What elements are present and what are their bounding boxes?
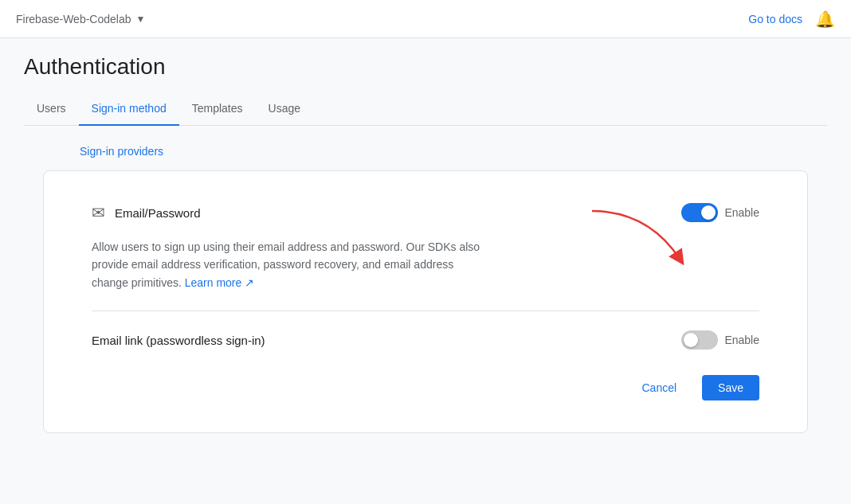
email-link-toggle-area: Enable — [681, 330, 759, 350]
section-title: Sign-in providers — [80, 145, 827, 158]
tab-sign-in-method[interactable]: Sign-in method — [79, 92, 179, 126]
tabs-bar: Users Sign-in method Templates Usage — [24, 92, 827, 126]
email-password-description: Allow users to sign up using their email… — [92, 238, 490, 291]
action-row: Cancel Save — [92, 375, 759, 400]
learn-more-link[interactable]: Learn more ↗ — [185, 276, 254, 289]
email-icon: ✉ — [92, 203, 105, 222]
top-bar-left: Firebase-Web-Codelab ▼ — [16, 13, 145, 25]
email-password-row: ✉ Email/Password Enable — [92, 203, 759, 222]
go-to-docs-link[interactable]: Go to docs — [748, 13, 802, 25]
email-password-label: Email/Password — [115, 206, 672, 220]
bell-icon[interactable]: 🔔 — [815, 10, 835, 29]
provider-card: ✉ Email/Password Enable Allow users to s… — [43, 170, 808, 433]
page-title: Authentication — [24, 54, 827, 80]
divider — [92, 311, 759, 311]
top-bar: Firebase-Web-Codelab ▼ Go to docs 🔔 — [0, 0, 851, 38]
project-name[interactable]: Firebase-Web-Codelab — [16, 13, 131, 25]
save-button[interactable]: Save — [702, 375, 759, 400]
cancel-button[interactable]: Cancel — [626, 375, 692, 400]
email-link-toggle[interactable] — [681, 330, 718, 350]
tab-templates[interactable]: Templates — [179, 92, 256, 126]
email-link-enable-label: Enable — [724, 334, 759, 346]
tab-users[interactable]: Users — [24, 92, 79, 126]
email-link-row: Email link (passwordless sign-in) Enable — [92, 330, 759, 350]
email-password-toggle-area: Enable — [681, 203, 759, 222]
email-password-enable-label: Enable — [724, 206, 759, 219]
chevron-down-icon[interactable]: ▼ — [135, 14, 145, 25]
email-password-toggle[interactable] — [681, 203, 718, 222]
main-content: Authentication Users Sign-in method Temp… — [0, 38, 851, 449]
top-bar-right: Go to docs 🔔 — [748, 10, 835, 29]
email-link-label: Email link (passwordless sign-in) — [92, 334, 681, 347]
tab-usage[interactable]: Usage — [256, 92, 313, 126]
external-link-icon: ↗ — [245, 276, 254, 289]
